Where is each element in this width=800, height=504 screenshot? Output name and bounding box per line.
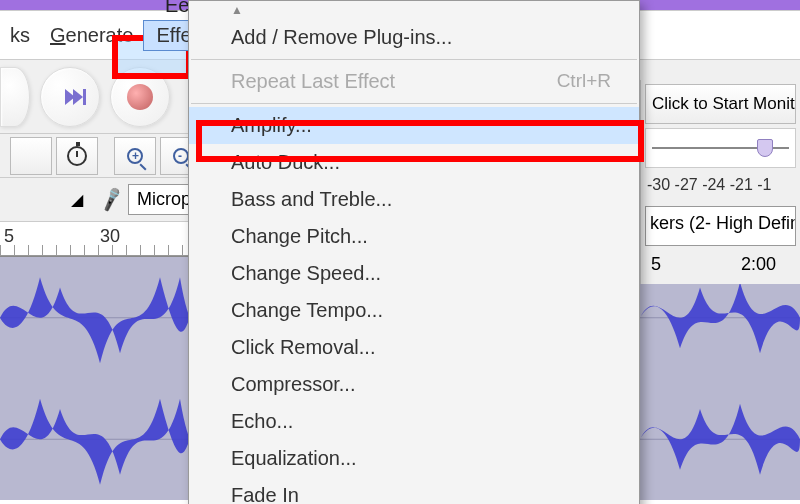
ruler-tick-5: 5: [4, 226, 14, 247]
input-level-slider[interactable]: [645, 128, 796, 168]
ruler-tick-30: 30: [100, 226, 120, 247]
db-scale: -30 -27 -24 -21 -1: [641, 172, 800, 202]
magnify-plus-icon: +: [127, 148, 143, 164]
menu-compressor[interactable]: Compressor...: [189, 366, 639, 403]
menu-change-pitch[interactable]: Change Pitch...: [189, 218, 639, 255]
timer-tool-button[interactable]: [56, 137, 98, 175]
output-device-select[interactable]: kers (2- High Defin: [645, 206, 796, 246]
menu-bass-treble[interactable]: Bass and Treble...: [189, 181, 639, 218]
menu-click-removal[interactable]: Click Removal...: [189, 329, 639, 366]
menu-repeat-last-effect: Repeat Last Effect Ctrl+R: [189, 63, 639, 100]
menu-repeat-accel: Ctrl+R: [557, 70, 611, 92]
menu-separator: [191, 59, 637, 60]
menu-change-tempo[interactable]: Change Tempo...: [189, 292, 639, 329]
tool-button-1[interactable]: [10, 137, 52, 175]
play-button-partial[interactable]: [0, 67, 30, 127]
menu-equalization[interactable]: Equalization...: [189, 440, 639, 477]
zoom-in-button[interactable]: +: [114, 137, 156, 175]
skip-end-icon: [65, 89, 75, 105]
menu-echo[interactable]: Echo...: [189, 403, 639, 440]
menu-tracks-partial[interactable]: ks: [0, 18, 40, 53]
menu-change-speed[interactable]: Change Speed...: [189, 255, 639, 292]
slider-thumb-icon[interactable]: [757, 139, 773, 157]
scroll-up-arrow-icon[interactable]: ▲: [189, 1, 639, 19]
window-title: Ee: [165, 0, 189, 17]
magnify-minus-icon: -: [173, 148, 189, 164]
effect-menu-dropdown: ▲ Add / Remove Plug-ins... Repeat Last E…: [188, 0, 640, 504]
menu-amplify[interactable]: Amplify...: [189, 107, 639, 144]
menu-separator: [191, 103, 637, 104]
record-icon: [127, 84, 153, 110]
microphone-icon: 🎤: [97, 185, 125, 213]
record-device-meter-partial: ◢: [60, 190, 94, 209]
ruler-tick-200: 2:00: [741, 254, 776, 275]
skip-end-button[interactable]: [40, 67, 100, 127]
menu-auto-duck[interactable]: Auto Duck...: [189, 144, 639, 181]
menu-fade-in[interactable]: Fade In: [189, 477, 639, 504]
menu-repeat-label: Repeat Last Effect: [231, 70, 395, 92]
stopwatch-icon: [67, 146, 87, 166]
right-panel: Click to Start Monito -30 -27 -24 -21 -1…: [640, 80, 800, 284]
right-ruler: 5 2:00: [641, 250, 800, 284]
ruler-tick-r5: 5: [651, 254, 661, 275]
menu-add-remove-plugins[interactable]: Add / Remove Plug-ins...: [189, 19, 639, 56]
start-monitoring-button[interactable]: Click to Start Monito: [645, 84, 796, 124]
